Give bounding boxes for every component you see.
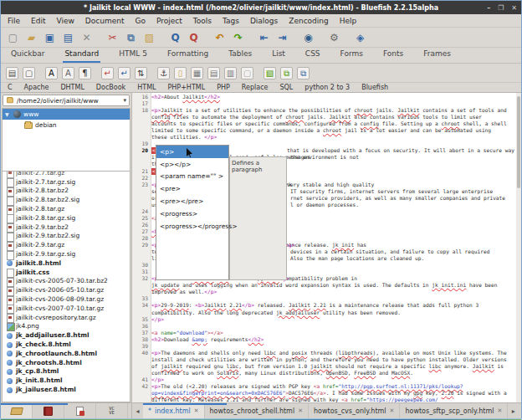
unindent-icon[interactable]: ⇤ — [257, 30, 271, 44]
emphasis-icon[interactable]: A — [62, 67, 74, 79]
function-reference-tab[interactable] — [64, 403, 96, 418]
tab-close-icon[interactable]: ✕ — [194, 407, 199, 414]
indent-icon[interactable]: ⇥ — [275, 30, 289, 44]
file-item[interactable]: jailkit-2.8.tar.bz2 — [3, 187, 130, 196]
lang-tab-html[interactable]: HTML — [137, 84, 156, 91]
file-item[interactable]: jailkit-cvs-2006-08-09.tar.gz — [3, 295, 130, 304]
table-icon[interactable]: ▦ — [191, 67, 203, 79]
title-bar[interactable]: * Jailkit local WWW - index.html (/home2… — [1, 1, 521, 14]
thumbnail-icon[interactable]: ⧉ — [280, 67, 293, 79]
paste-icon[interactable]: ▨ — [142, 30, 156, 44]
div-icon[interactable]: ▯ — [174, 67, 187, 79]
table-cell-icon[interactable]: ▥ — [224, 67, 237, 79]
tab-close-icon[interactable]: ✕ — [298, 407, 303, 414]
autocomplete-item[interactable]: <p> — [156, 146, 228, 158]
quickbar-tab-forms[interactable]: Forms — [339, 47, 365, 63]
quickbar-tab-html-5[interactable]: HTML 5 — [117, 47, 149, 63]
copy-icon[interactable]: ⧉ — [124, 30, 138, 44]
new-document-icon[interactable]: ▢ — [6, 30, 20, 44]
redo-icon[interactable]: ↷ — [231, 30, 245, 44]
anchor-icon[interactable]: ⚓ — [157, 67, 170, 79]
body-icon[interactable]: ▢ — [23, 67, 35, 79]
close-document-icon[interactable]: ✕ — [79, 30, 94, 44]
menu-document[interactable]: Document — [85, 17, 125, 25]
expander-icon[interactable]: ▼ — [5, 111, 11, 117]
editor-scroll-thumb[interactable] — [156, 403, 227, 405]
file-item[interactable]: jailkit.css — [3, 268, 130, 277]
file-item[interactable]: jailkit-2.8.tar.bz2.sig — [3, 195, 130, 204]
quickstart-icon[interactable]: ▤ — [6, 67, 18, 79]
cut-icon[interactable]: ✂ — [105, 30, 120, 44]
quickbar-tab-standard[interactable]: Standard — [63, 47, 100, 63]
file-item[interactable]: jailkit-2.7.tar.gz — [3, 172, 130, 177]
file-item[interactable]: jk_cp.8.html — [3, 367, 130, 376]
comment-icon[interactable]: ▢ — [241, 67, 253, 79]
file-item[interactable]: jailkit.8.html — [3, 259, 130, 268]
doc-tab-howtos_sftp_scp_only.html[interactable]: howtos_sftp_scp_only.html✕ — [400, 403, 508, 418]
menu-tags[interactable]: Tags — [223, 17, 239, 25]
tab-scroll-left-icon[interactable]: ◂ — [132, 403, 143, 418]
undo-icon[interactable]: ↶ — [212, 30, 227, 44]
sidebar-scroll-thumb[interactable] — [8, 403, 68, 405]
snippets-tab[interactable]: VCVE — [96, 403, 128, 418]
lang-tab-docbook[interactable]: DocBook — [96, 84, 125, 91]
autocomplete-item[interactable]: <pre></pre> — [156, 195, 228, 207]
quickbar-tab-fonts[interactable]: Fonts — [381, 47, 405, 63]
file-item[interactable]: jailkit-2.7.tar.gz.sig — [3, 177, 130, 187]
autocomplete-item[interactable]: <progress></progress> — [156, 220, 228, 233]
lang-tab-apache[interactable]: Apache — [24, 84, 49, 91]
tree-item-www[interactable]: ▼www — [3, 109, 130, 120]
quickbar-tab-frames[interactable]: Frames — [422, 47, 453, 63]
quickbar-tab-quickbar[interactable]: Quickbar — [9, 47, 46, 63]
doc-tab-howtos_chroot_shell.html[interactable]: howtos_chroot_shell.html✕ — [205, 403, 309, 418]
minimize-button[interactable]: – — [487, 4, 490, 12]
file-item[interactable]: jk_check.8.html — [3, 340, 130, 349]
editor-vertical-scrollbar[interactable] — [516, 93, 521, 402]
menu-help[interactable]: Help — [340, 17, 357, 25]
quickbar-tab-tables[interactable]: Tables — [227, 47, 253, 63]
menu-view[interactable]: View — [57, 17, 74, 25]
image-icon[interactable]: ▧ — [264, 67, 276, 79]
file-item[interactable]: jailkit-2.9.tar.bz2 — [3, 223, 130, 232]
file-item[interactable]: jailkit-cvs-2005-07-30.tar.bz2 — [3, 277, 130, 286]
close-button[interactable]: ✕ — [511, 4, 517, 12]
table-row-icon[interactable]: ▤ — [207, 67, 220, 79]
bookmark-navigation-icon[interactable]: ◈ — [353, 30, 367, 44]
autocomplete-item[interactable]: <p></p> — [156, 158, 228, 171]
preview-browser-icon[interactable]: ◉ — [301, 30, 315, 44]
bold-icon[interactable]: A — [45, 67, 58, 79]
paragraph-icon[interactable]: ¶ — [79, 67, 91, 79]
autocomplete-item[interactable]: <param name="" > — [156, 171, 228, 183]
tab-scroll-right-icon[interactable]: ▸ — [508, 403, 519, 418]
file-item[interactable]: jk_addjailuser.8.html — [3, 330, 130, 340]
lang-tab-php[interactable]: PHP — [217, 84, 230, 91]
lang-tab-replace[interactable]: Replace — [242, 84, 269, 91]
bookmarks-tab[interactable] — [33, 403, 64, 418]
menu-go[interactable]: Go — [136, 17, 146, 25]
autocomplete-item[interactable]: <progress> — [156, 207, 228, 220]
file-item[interactable]: jailkit-2.9.tar.bz2.sig — [3, 232, 130, 241]
file-item[interactable]: jailkit-cvs-2006-05-10.tar.gz — [3, 285, 130, 295]
autocomplete-item[interactable]: <pre> — [156, 182, 228, 195]
file-item[interactable]: jailkit-2.8.tar.gz.sig — [3, 213, 130, 223]
lang-tab-python-2-to-3[interactable]: python 2 to 3 — [304, 84, 350, 91]
lang-tab-bluefish[interactable]: Bluefish — [361, 84, 388, 91]
save-as-icon[interactable]: ▤ — [61, 30, 75, 44]
file-item[interactable]: jk_chrootlaunch.8.html — [3, 349, 130, 358]
find-replace-icon[interactable]: Q — [187, 30, 201, 44]
file-item[interactable]: jailkit-2.9.tar.gz — [3, 240, 130, 249]
file-item[interactable]: jailkit-cvsrepository.tar.gz — [3, 313, 130, 322]
file-item[interactable]: jailkit-2.8.tar.gz — [3, 204, 130, 213]
menu-edit[interactable]: Edit — [31, 17, 45, 25]
directory-combo[interactable]: /home2/olivier/jailkit/www ▾ — [3, 95, 130, 106]
tab-close-icon[interactable]: ✕ — [497, 407, 502, 414]
doc-tab-howtos_cvs_only.html[interactable]: howtos_cvs_only.html✕ — [309, 403, 400, 418]
lang-tab-c[interactable]: C — [8, 84, 13, 91]
tab-close-icon[interactable]: ✕ — [390, 407, 395, 414]
menu-tools[interactable]: Tools — [193, 17, 212, 25]
open-file-icon[interactable]: ▰ — [24, 30, 38, 44]
maximize-button[interactable]: ❐ — [498, 4, 504, 12]
save-icon[interactable]: ▣ — [43, 30, 57, 44]
file-item[interactable]: jk_chrootsh.8.html — [3, 358, 130, 367]
lang-tab-dhtml[interactable]: DHTML — [60, 84, 84, 91]
